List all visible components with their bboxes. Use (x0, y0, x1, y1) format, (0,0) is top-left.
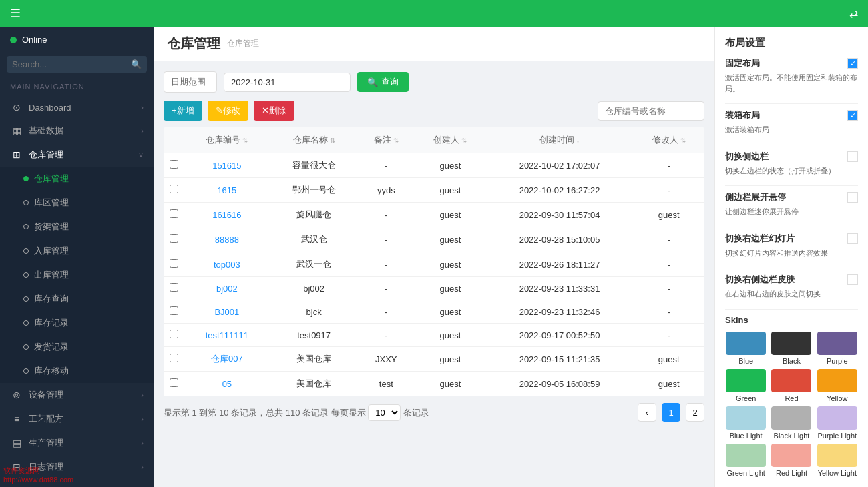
sort-icon-creator[interactable]: ⇅ (461, 137, 467, 144)
row-checkbox[interactable] (170, 234, 178, 243)
sidebar-item-stock-record[interactable]: 库存记录 (0, 311, 154, 335)
delete-button[interactable]: ✕删除 (254, 101, 294, 121)
row-warehouse-id[interactable]: 161616 (184, 203, 270, 227)
skin-item-yellow-light[interactable]: Yellow Light (817, 444, 858, 477)
row-checkbox[interactable] (170, 378, 178, 387)
row-warehouse-id[interactable]: 05 (184, 372, 270, 396)
skin-item-red[interactable]: Red (771, 369, 812, 402)
sidebar-item-device-mgmt[interactable]: ⊚ 设备管理 › (0, 383, 154, 407)
sort-icon-name[interactable]: ⇅ (330, 137, 335, 144)
sidebar-item-craft-recipe[interactable]: ≡ 工艺配方 › (0, 407, 154, 431)
hamburger-icon[interactable]: ☰ (10, 6, 21, 21)
toggle-sidebar-checkbox[interactable] (847, 151, 858, 162)
row-checkbox[interactable] (170, 283, 178, 292)
row-creator: guest (415, 203, 486, 227)
toggle-sidebar-section: 切换侧边栏 切换左边栏的状态（打开或折叠） (725, 151, 858, 177)
sidebar-item-stock-move[interactable]: 库存移动 (0, 359, 154, 383)
sidebar-item-dashboard[interactable]: ⊙ Dashboard › (0, 96, 154, 119)
chevron-right-icon-6: › (141, 463, 144, 471)
sort-icon-created-at[interactable]: ↓ (576, 137, 580, 144)
sidebar-item-warehouse-mgmt[interactable]: ⊞ 仓库管理 ∨ (0, 143, 154, 167)
add-button[interactable]: +新增 (164, 101, 202, 121)
sidebar-item-delivery-record[interactable]: 发货记录 (0, 335, 154, 359)
box-layout-checkbox[interactable]: ✓ (847, 110, 858, 121)
edit-button[interactable]: ✎修改 (208, 101, 248, 121)
sort-icon-note[interactable]: ⇅ (393, 137, 399, 144)
chevron-right-icon: › (141, 103, 144, 111)
row-modifier: guest (633, 372, 704, 396)
row-checkbox[interactable] (170, 306, 178, 315)
row-checkbox-cell (164, 300, 184, 324)
filter-row: 日期范围 🔍 查询 (164, 71, 704, 93)
sidebar-item-outbound-manage[interactable]: 出库管理 (0, 263, 154, 287)
row-created-at: 2022-10-02 16:27:22 (486, 178, 634, 203)
skin-item-red-light[interactable]: Red Light (771, 444, 812, 477)
row-warehouse-id[interactable]: bj002 (184, 277, 270, 300)
page-2-button[interactable]: 2 (686, 403, 704, 422)
row-warehouse-id[interactable]: 仓库007 (184, 347, 270, 372)
per-page-select[interactable]: 10 20 50 (368, 404, 401, 421)
table-search-input[interactable] (598, 101, 704, 121)
watermark-line2: http://www.dat88.com (3, 476, 73, 484)
sidebar-item-inbound-manage[interactable]: 入库管理 (0, 239, 154, 263)
chevron-right-icon-3: › (141, 391, 144, 399)
skin-item-green[interactable]: Green (725, 369, 767, 402)
check-icon: ✓ (850, 59, 856, 68)
prev-page-button[interactable]: ‹ (638, 403, 656, 422)
row-checkbox[interactable] (170, 354, 178, 362)
share-icon[interactable]: ⇄ (849, 7, 858, 20)
row-checkbox[interactable] (170, 330, 178, 338)
skin-item-black-light[interactable]: Black Light (771, 406, 812, 440)
sidebar-item-warehouse-manage[interactable]: 仓库管理 (0, 167, 154, 191)
row-checkbox[interactable] (170, 209, 178, 218)
top-bar-left: ☰ (10, 6, 21, 21)
page-1-button[interactable]: 1 (662, 403, 680, 422)
sidebar-item-zone-manage[interactable]: 库区管理 (0, 191, 154, 215)
sort-icon-modifier[interactable]: ⇅ (680, 137, 686, 144)
row-modifier: - (633, 300, 704, 324)
toggle-slideshow-checkbox[interactable] (847, 233, 858, 244)
row-note: - (358, 300, 415, 324)
row-warehouse-id[interactable]: BJ001 (184, 300, 270, 324)
skin-item-blue-light[interactable]: Blue Light (725, 406, 767, 440)
skin-item-black[interactable]: Black (771, 332, 812, 365)
skin-label-purple: Purple (827, 357, 848, 365)
skin-item-blue[interactable]: Blue (725, 332, 767, 365)
row-warehouse-id[interactable]: 88888 (184, 227, 270, 252)
row-note: JXXY (358, 347, 415, 372)
row-warehouse-id[interactable]: top003 (184, 252, 270, 277)
row-checkbox[interactable] (170, 185, 178, 193)
toggle-skin-checkbox[interactable] (847, 274, 858, 285)
toggle-slideshow-section: 切换右边栏幻灯片 切换幻灯片内容和推送内容效果 (725, 233, 858, 259)
sidebar-hover-checkbox[interactable] (847, 192, 858, 203)
sidebar-item-production-mgmt[interactable]: ▤ 生产管理 › (0, 431, 154, 455)
fixed-layout-checkbox[interactable]: ✓ (847, 58, 858, 69)
sidebar-item-basic-data[interactable]: ▦ 基础数据 › (0, 119, 154, 143)
sort-icon-id[interactable]: ⇅ (242, 137, 248, 144)
col-note: 备注⇅ (358, 127, 415, 153)
row-warehouse-id[interactable]: 151615 (184, 153, 270, 178)
search-input[interactable] (12, 59, 131, 69)
row-warehouse-name: 旋风腿仓 (270, 203, 358, 227)
table-row: top003 武汉一仓 - guest 2022-09-26 18:11:27 … (164, 252, 704, 277)
box-layout-desc: 激活装箱布局 (725, 124, 858, 135)
skin-item-yellow[interactable]: Yellow (817, 369, 858, 402)
stock-query-label: 库存查询 (34, 293, 144, 305)
sidebar-item-stock-query[interactable]: 库存查询 (0, 287, 154, 311)
skin-item-green-light[interactable]: Green Light (725, 444, 767, 477)
sidebar-search-container: 🔍 (7, 56, 147, 73)
sidebar-item-shelf-manage[interactable]: 货架管理 (0, 215, 154, 239)
row-warehouse-id[interactable]: test111111 (184, 324, 270, 347)
row-warehouse-id[interactable]: 1615 (184, 178, 270, 203)
skin-item-purple-light[interactable]: Purple Light (817, 406, 858, 440)
craft-recipe-label: 工艺配方 (29, 413, 136, 425)
row-checkbox[interactable] (170, 160, 178, 169)
date-input[interactable] (224, 73, 351, 92)
skin-item-purple[interactable]: Purple (817, 332, 858, 365)
fixed-layout-header: 固定布局 ✓ (725, 57, 858, 69)
query-button[interactable]: 🔍 查询 (357, 72, 409, 92)
skin-color-yellow-light (817, 444, 857, 467)
watermark-line1: 软件资源网 (3, 466, 73, 476)
row-checkbox-cell (164, 153, 184, 178)
row-checkbox[interactable] (170, 259, 178, 268)
